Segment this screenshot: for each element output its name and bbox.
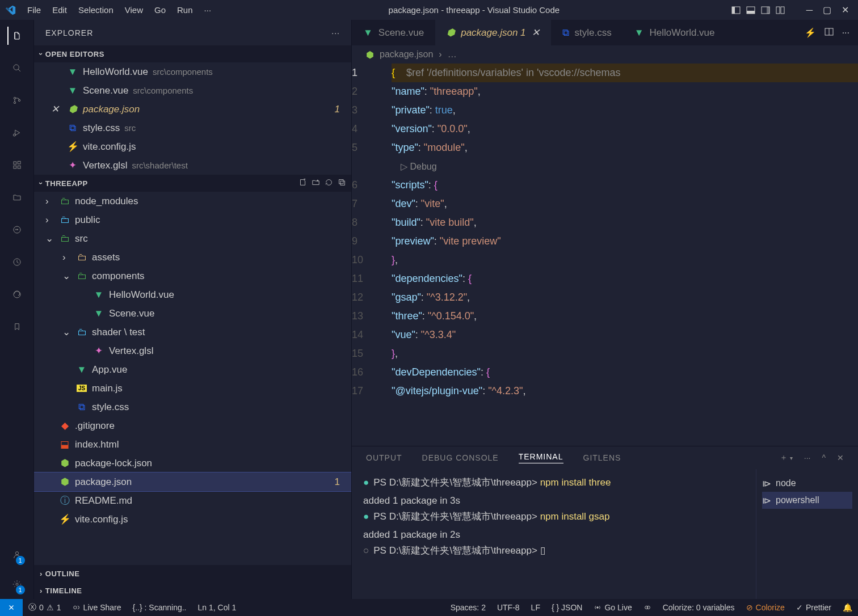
editor-tab[interactable]: ▼Scene.vue — [352, 20, 435, 45]
tree-folder[interactable]: ⌄🗀shader \ test — [34, 323, 351, 341]
open-editor-item[interactable]: ▼Scene.vue src\components — [34, 81, 351, 100]
layout-controls[interactable] — [731, 6, 785, 15]
status-golive[interactable]: Go Live — [588, 603, 637, 612]
activity-extensions-icon[interactable] — [8, 156, 26, 174]
open-editor-item[interactable]: ⧉style.css src — [34, 119, 351, 137]
section-outline[interactable]: OUTLINE — [34, 565, 351, 582]
tree-file[interactable]: ⚡vite.config.js — [34, 510, 351, 529]
tree-folder[interactable]: ›🗀public — [34, 210, 351, 229]
status-remote-icon[interactable] — [0, 599, 23, 616]
editor-tab[interactable]: ▼HelloWorld.vue — [623, 20, 726, 45]
terminal-entry[interactable]: ⧐powershell — [762, 492, 852, 509]
refresh-icon[interactable] — [325, 179, 333, 188]
panel-close-icon[interactable]: ✕ — [837, 453, 844, 462]
menu-edit[interactable]: Edit — [47, 5, 73, 15]
status-position[interactable]: Ln 1, Col 1 — [192, 603, 242, 612]
tree-file[interactable]: ▼App.vue — [34, 360, 351, 379]
editor-tab[interactable]: ⧉style.css — [551, 20, 623, 45]
activity-folder-icon[interactable] — [8, 188, 26, 206]
panel-more-icon[interactable]: ··· — [804, 453, 811, 462]
svg-rect-7 — [781, 7, 784, 14]
section-open-editors[interactable]: OPEN EDITORS — [34, 45, 351, 62]
open-editor-item[interactable]: ⚡vite.config.js — [34, 137, 351, 156]
tree-file[interactable]: ⬢package-lock.json — [34, 454, 351, 472]
tree-file[interactable]: ◆.gitignore — [34, 416, 351, 435]
menu-go[interactable]: Go — [149, 5, 171, 15]
menu-run[interactable]: Run — [171, 5, 199, 15]
activity-debug-icon[interactable] — [8, 124, 26, 142]
svg-rect-26 — [340, 181, 344, 185]
status-scanning[interactable]: {..} : Scanning.. — [127, 603, 192, 612]
open-editor-item[interactable]: ▼HelloWorld.vue src\components — [34, 62, 351, 81]
menu-more[interactable]: ··· — [199, 5, 217, 15]
tree-file[interactable]: ⧉style.css — [34, 398, 351, 416]
open-editor-item[interactable]: ✕⬢package.json1 — [34, 100, 351, 119]
window-close-icon[interactable]: ✕ — [842, 5, 849, 15]
status-live-share[interactable]: Live Share — [67, 603, 127, 612]
panel-tab[interactable]: OUTPUT — [366, 453, 402, 462]
status-colorize-vars[interactable]: Colorize: 0 variables — [657, 603, 741, 612]
panel-maximize-icon[interactable]: ^ — [822, 453, 826, 462]
menu-view[interactable]: View — [119, 5, 149, 15]
status-encoding[interactable]: UTF-8 — [491, 603, 525, 612]
activity-timeline-icon[interactable] — [8, 253, 26, 271]
status-bell-icon[interactable]: 🔔 — [837, 603, 858, 612]
activity-bookmark-icon[interactable] — [8, 318, 26, 336]
editor-tab[interactable]: ⬢package.json 1✕ — [435, 20, 550, 45]
code-editor[interactable]: 1234567891011121314151617 { $ref '/defin… — [352, 64, 858, 446]
tree-file[interactable]: ⬢package.json1 — [34, 472, 351, 491]
tree-file[interactable]: ⓘREADME.md — [34, 491, 351, 510]
status-spaces[interactable]: Spaces: 2 — [445, 603, 491, 612]
status-bar: ⓧ0 ⚠1 Live Share {..} : Scanning.. Ln 1,… — [0, 599, 858, 616]
breadcrumb[interactable]: ⬢ package.json›… — [352, 45, 858, 64]
tree-file[interactable]: ▼Scene.vue — [34, 304, 351, 323]
open-editor-item[interactable]: ✦Vertex.glsl src\shader\test — [34, 156, 351, 175]
tree-folder[interactable]: ›🗀assets — [34, 248, 351, 267]
tree-folder[interactable]: ⌄🗀components — [34, 267, 351, 285]
activity-docker-icon[interactable] — [8, 221, 26, 239]
svg-rect-3 — [747, 11, 755, 14]
activity-settings-icon[interactable]: 1 — [8, 575, 26, 593]
section-project[interactable]: THREEAPP — [34, 175, 351, 192]
window-maximize-icon[interactable]: ▢ — [823, 5, 831, 15]
svg-point-32 — [647, 606, 650, 609]
activity-search-icon[interactable] — [8, 59, 26, 77]
tab-more-icon[interactable]: ··· — [842, 28, 849, 38]
panel-tab[interactable]: DEBUG CONSOLE — [422, 453, 499, 462]
status-eol[interactable]: LF — [525, 603, 546, 612]
tree-file[interactable]: ▼HelloWorld.vue — [34, 285, 351, 304]
activity-scm-icon[interactable] — [8, 91, 26, 109]
tree-folder[interactable]: ⌄🗀src — [34, 229, 351, 248]
menu-selection[interactable]: Selection — [73, 5, 119, 15]
activity-edge-icon[interactable] — [8, 285, 26, 303]
new-file-icon[interactable] — [299, 179, 306, 188]
activity-explorer-icon[interactable] — [7, 27, 26, 45]
collapse-icon[interactable] — [338, 179, 346, 188]
status-copilot-icon[interactable] — [638, 603, 657, 612]
menu-file[interactable]: File — [22, 5, 47, 15]
status-colorize[interactable]: ⊘ Colorize — [741, 603, 790, 612]
svg-rect-17 — [18, 161, 20, 164]
tree-folder[interactable]: ›🗀node_modules — [34, 192, 351, 210]
status-problems[interactable]: ⓧ0 ⚠1 — [23, 602, 67, 613]
panel-new-icon[interactable]: ＋ ▾ — [780, 453, 793, 463]
explorer-more-icon[interactable]: ··· — [331, 28, 340, 37]
window-minimize-icon[interactable]: ─ — [806, 5, 813, 15]
split-icon[interactable] — [825, 27, 834, 39]
terminal[interactable]: PS D:\新建文件夹\智慧城市\threeapp> npm install t… — [352, 469, 756, 599]
tree-file[interactable]: ✦Vertex.glsl — [34, 341, 351, 360]
svg-point-11 — [14, 102, 15, 103]
tree-file[interactable]: JSmain.js — [34, 379, 351, 398]
editor-area: ▼Scene.vue⬢package.json 1✕⧉style.css▼Hel… — [352, 20, 858, 599]
terminal-list[interactable]: ⧐node⧐powershell — [756, 469, 858, 599]
terminal-entry[interactable]: ⧐node — [762, 475, 852, 492]
activity-account-icon[interactable]: 1 — [8, 546, 26, 564]
tree-file[interactable]: ⬓index.html — [34, 435, 351, 454]
status-prettier[interactable]: ✓ Prettier — [790, 603, 837, 612]
panel-tab[interactable]: TERMINAL — [519, 452, 563, 463]
panel-tab[interactable]: GITLENS — [583, 453, 621, 462]
status-language[interactable]: { } JSON — [546, 603, 588, 612]
run-icon[interactable]: ⚡ — [805, 27, 816, 38]
section-timeline[interactable]: TIMELINE — [34, 582, 351, 599]
new-folder-icon[interactable] — [312, 179, 319, 188]
